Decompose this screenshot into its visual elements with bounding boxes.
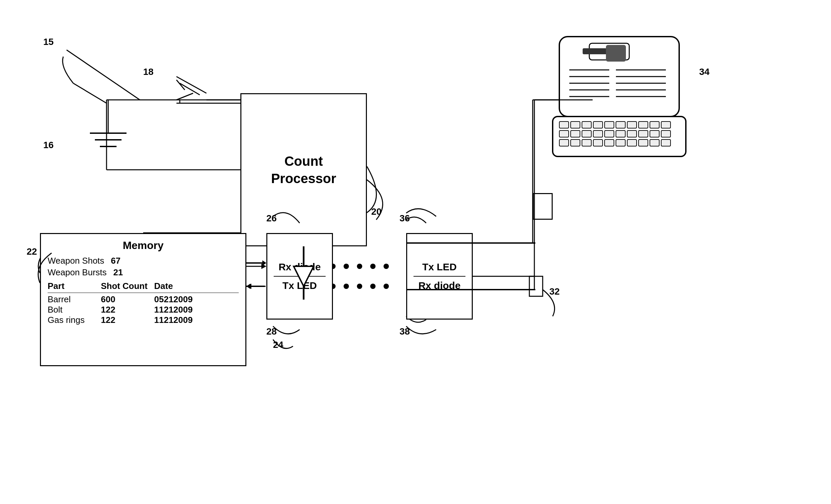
svg-point-29	[383, 264, 389, 269]
svg-point-27	[357, 264, 362, 269]
table-header: Part Shot Count Date	[48, 281, 239, 293]
svg-rect-83	[650, 140, 659, 146]
svg-rect-55	[559, 121, 569, 128]
ref-26: 26	[266, 213, 277, 224]
ref-16: 16	[43, 140, 54, 150]
svg-line-8	[176, 77, 206, 93]
svg-rect-69	[605, 130, 614, 137]
svg-rect-64	[661, 121, 670, 128]
svg-point-33	[370, 284, 376, 289]
svg-rect-63	[650, 121, 659, 128]
weapon-bursts-row: Weapon Bursts 21	[48, 267, 239, 278]
shot-count-gasrings: 122	[101, 315, 154, 325]
part-gasrings: Gas rings	[48, 315, 101, 325]
ref-38: 38	[400, 326, 410, 337]
svg-rect-59	[605, 121, 614, 128]
svg-line-39	[176, 80, 185, 90]
ref-32: 32	[549, 286, 560, 297]
svg-rect-38	[529, 276, 543, 296]
part-barrel: Barrel	[48, 294, 101, 305]
svg-rect-80	[616, 140, 625, 146]
svg-line-89	[73, 83, 107, 103]
svg-rect-67	[582, 130, 591, 137]
col-part-header: Part	[48, 281, 101, 291]
svg-rect-78	[593, 140, 603, 146]
diagram-container: 15 16 18 Count Processor 20 22 Memory We…	[0, 0, 831, 504]
svg-rect-60	[616, 121, 625, 128]
date-bolt: 11212009	[154, 305, 207, 315]
svg-rect-82	[638, 140, 648, 146]
date-gasrings: 11212009	[154, 315, 207, 325]
svg-point-26	[344, 264, 349, 269]
svg-line-0	[66, 50, 140, 100]
svg-rect-62	[638, 121, 648, 128]
svg-marker-98	[262, 260, 266, 266]
ref-24: 24	[273, 339, 283, 350]
rx-diode-label: Rx diode	[279, 261, 321, 273]
weapon-shots-value: 67	[111, 256, 120, 266]
svg-rect-76	[571, 140, 580, 146]
svg-point-34	[383, 284, 389, 289]
ref-20: 20	[371, 206, 381, 217]
count-processor-box: Count Processor	[240, 93, 367, 246]
svg-marker-100	[247, 284, 250, 289]
memory-title: Memory	[48, 239, 239, 252]
svg-rect-43	[606, 45, 626, 62]
col-date-header: Date	[154, 281, 207, 291]
count-processor-title: Count Processor	[271, 152, 336, 187]
svg-marker-24	[247, 284, 251, 289]
svg-rect-81	[627, 140, 636, 146]
table-row: Bolt 122 11212009	[48, 305, 239, 315]
svg-rect-57	[582, 121, 591, 128]
memory-table: Part Shot Count Date Barrel 600 05212009…	[48, 281, 239, 325]
svg-rect-58	[593, 121, 603, 128]
date-barrel: 05212009	[154, 294, 207, 305]
svg-line-9	[176, 93, 193, 100]
rx-diode-label-right: Rx diode	[419, 280, 461, 291]
weapon-bursts-value: 21	[113, 267, 123, 278]
shot-count-barrel: 600	[101, 294, 154, 305]
svg-rect-73	[650, 130, 659, 137]
svg-rect-79	[605, 140, 614, 146]
svg-rect-70	[616, 130, 625, 137]
shot-count-bolt: 122	[101, 305, 154, 315]
svg-rect-65	[559, 130, 569, 137]
svg-rect-74	[661, 130, 670, 137]
svg-marker-22	[261, 264, 266, 269]
svg-point-31	[344, 284, 349, 289]
laptop-illustration	[549, 33, 703, 167]
svg-rect-77	[582, 140, 591, 146]
part-bolt: Bolt	[48, 305, 101, 315]
tx-led-label: Tx LED	[422, 261, 456, 273]
svg-rect-84	[661, 140, 670, 146]
rx-tx-box: Rx diode Tx LED	[266, 233, 333, 320]
svg-point-28	[370, 264, 376, 269]
table-row: Gas rings 122 11212009	[48, 315, 239, 325]
svg-rect-66	[571, 130, 580, 137]
col-shotcount-header: Shot Count	[101, 281, 154, 291]
tx-led-label-left: Tx LED	[282, 280, 317, 291]
svg-rect-75	[559, 140, 569, 146]
ref-28: 28	[266, 326, 277, 337]
weapon-bursts-label: Weapon Bursts	[48, 267, 107, 278]
svg-line-90	[180, 83, 200, 95]
memory-box: Memory Weapon Shots 67 Weapon Bursts 21 …	[40, 233, 247, 366]
table-row: Barrel 600 05212009	[48, 294, 239, 305]
svg-point-32	[357, 284, 362, 289]
ref-22: 22	[27, 246, 37, 257]
tx-rx-box: Tx LED Rx diode	[406, 233, 473, 320]
weapon-shots-row: Weapon Shots 67	[48, 256, 239, 266]
svg-rect-61	[627, 121, 636, 128]
ref-36: 36	[400, 213, 410, 224]
svg-rect-68	[593, 130, 603, 137]
svg-rect-72	[638, 130, 648, 137]
weapon-shots-label: Weapon Shots	[48, 256, 104, 266]
svg-rect-71	[627, 130, 636, 137]
svg-rect-56	[571, 121, 580, 128]
ref-18: 18	[143, 66, 153, 77]
led-connector-box	[533, 193, 553, 220]
ref-15: 15	[43, 37, 54, 47]
